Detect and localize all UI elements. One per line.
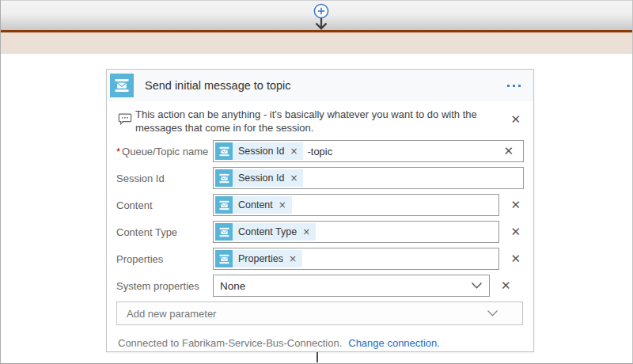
input-text: -topic bbox=[307, 146, 332, 157]
remove-token-icon[interactable]: × bbox=[302, 226, 310, 237]
token-label: Session Id bbox=[238, 146, 284, 157]
remove-token-icon[interactable]: × bbox=[289, 253, 297, 264]
field-row-content-type: Content TypeContent Type×✕ bbox=[116, 221, 524, 243]
connection-status: Connected to Fabrikam-Service-Bus-Connec… bbox=[118, 337, 342, 349]
service-bus-icon bbox=[215, 250, 233, 267]
change-connection-link[interactable]: Change connection. bbox=[348, 337, 440, 349]
flow-connector-line bbox=[316, 352, 318, 362]
service-bus-icon bbox=[215, 196, 233, 214]
dismiss-info-button[interactable]: ✕ bbox=[507, 112, 524, 127]
field-label-properties: Properties bbox=[116, 252, 213, 265]
connection-footer: Connected to Fabrikam-Service-Bus-Connec… bbox=[116, 337, 524, 349]
service-bus-icon bbox=[215, 169, 233, 187]
more-icon bbox=[507, 85, 510, 87]
field-row-system-properties: System propertiesNone✕ bbox=[116, 275, 524, 297]
add-parameter-dropdown[interactable]: Add new parameter bbox=[116, 301, 523, 325]
token-label: Content Type bbox=[238, 226, 297, 237]
selected-value: None bbox=[220, 280, 245, 292]
field-row-content: ContentContent×✕ bbox=[116, 194, 524, 216]
logic-app-designer: Send initial message to topic This actio… bbox=[0, 0, 633, 364]
clear-field-button[interactable]: ✕ bbox=[498, 279, 514, 294]
more-menu-button[interactable] bbox=[506, 82, 522, 90]
chevron-down-icon bbox=[487, 309, 498, 317]
field-label-content: Content bbox=[116, 199, 213, 211]
insert-step-icon bbox=[313, 2, 330, 31]
clear-field-button[interactable]: ✕ bbox=[507, 252, 524, 267]
info-banner: This action can be anything - it's basic… bbox=[116, 108, 524, 135]
token-label: Session Id bbox=[238, 173, 284, 184]
arrow-down-icon bbox=[316, 18, 327, 28]
field-label-session-id: Session Id bbox=[116, 172, 213, 184]
collapsed-step-band bbox=[1, 0, 632, 30]
required-marker: * bbox=[116, 146, 120, 157]
field-row-properties: PropertiesProperties×✕ bbox=[116, 248, 524, 270]
action-card-body: This action can be anything - it's basic… bbox=[107, 101, 533, 357]
content-input[interactable]: Content× bbox=[213, 194, 499, 216]
content-type-input[interactable]: Content Type× bbox=[213, 221, 499, 243]
add-parameter-label: Add new parameter bbox=[127, 308, 216, 320]
remove-token-icon[interactable]: × bbox=[290, 173, 298, 184]
dynamic-content-token[interactable]: Content× bbox=[215, 196, 292, 214]
system-properties-select[interactable]: None bbox=[213, 275, 490, 297]
properties-input[interactable]: Properties× bbox=[213, 248, 499, 270]
queue-topic-name-input[interactable]: Session Id×-topic✕ bbox=[213, 140, 524, 162]
dynamic-content-token[interactable]: Session Id× bbox=[215, 142, 303, 160]
field-label-content-type: Content Type bbox=[116, 226, 213, 238]
session-id-input[interactable]: Session Id× bbox=[213, 167, 524, 189]
token-label: Content bbox=[238, 199, 273, 210]
field-label-system-properties: System properties bbox=[116, 279, 213, 292]
info-banner-text: This action can be anything - it's basic… bbox=[135, 108, 493, 135]
dynamic-content-token[interactable]: Content Type× bbox=[215, 223, 316, 241]
clear-field-button[interactable]: ✕ bbox=[500, 144, 517, 159]
service-bus-icon bbox=[215, 142, 233, 160]
chevron-down-icon bbox=[471, 282, 483, 290]
field-label-queue-topic-name: *Queue/Topic name bbox=[116, 145, 213, 157]
dynamic-content-token[interactable]: Properties× bbox=[215, 250, 302, 267]
service-bus-icon bbox=[215, 223, 233, 241]
remove-token-icon[interactable]: × bbox=[279, 199, 286, 210]
insert-step-button[interactable] bbox=[313, 2, 330, 31]
field-row-queue-topic-name: *Queue/Topic nameSession Id×-topic✕ bbox=[116, 140, 524, 162]
action-title: Send initial message to topic bbox=[145, 79, 291, 92]
clear-field-button[interactable]: ✕ bbox=[507, 225, 524, 240]
dynamic-content-token[interactable]: Session Id× bbox=[215, 169, 303, 187]
parameter-fields: *Queue/Topic nameSession Id×-topic✕Sessi… bbox=[116, 140, 524, 297]
remove-token-icon[interactable]: × bbox=[290, 146, 298, 157]
action-card: Send initial message to topic This actio… bbox=[106, 69, 534, 352]
field-row-session-id: Session IdSession Id× bbox=[116, 167, 524, 189]
scope-band bbox=[1, 32, 632, 54]
token-label: Properties bbox=[238, 253, 283, 264]
action-card-header[interactable]: Send initial message to topic bbox=[107, 70, 533, 101]
service-bus-icon bbox=[110, 74, 134, 97]
comment-icon bbox=[118, 112, 132, 126]
clear-field-button[interactable]: ✕ bbox=[507, 198, 524, 213]
